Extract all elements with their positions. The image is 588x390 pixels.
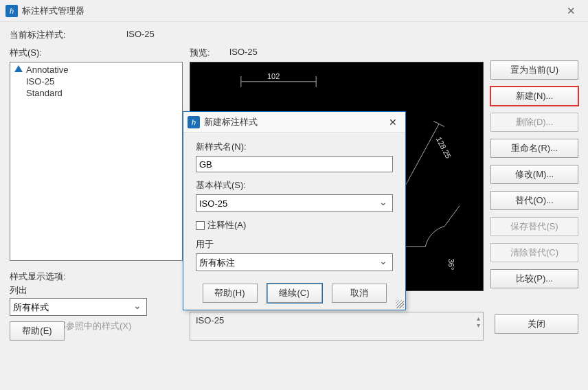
dim-text-angle: 36° (447, 259, 455, 271)
dialog-help-button[interactable]: 帮助(H) (203, 284, 258, 303)
set-current-button[interactable]: 置为当前(U) (490, 60, 578, 80)
use-for-label: 用于 (196, 238, 393, 251)
clear-override-button: 清除替代(C) (490, 243, 578, 262)
annotative-icon (14, 65, 23, 74)
new-name-input[interactable] (196, 156, 393, 172)
dim-text-top: 102 (267, 72, 280, 80)
cancel-button[interactable]: 取消 (332, 284, 387, 303)
list-options-label: 样式显示选项: (10, 271, 183, 283)
current-style-value: ISO-25 (126, 29, 155, 41)
titlebar: h 标注样式管理器 ✕ (0, 0, 588, 22)
compare-button[interactable]: 比较(P)... (490, 269, 578, 288)
app-icon: h (188, 116, 200, 128)
list-item[interactable]: Standard (13, 87, 179, 99)
window-close-button[interactable]: ✕ (559, 3, 583, 19)
new-button[interactable]: 新建(N)... (490, 87, 578, 106)
new-name-label: 新样式名(N): (196, 141, 393, 153)
preview-style-name: ISO-25 (229, 47, 258, 59)
delete-button: 删除(D)... (490, 113, 578, 132)
annotative-checkbox[interactable] (196, 221, 205, 230)
annotative-label: 注释性(A) (207, 220, 246, 230)
resize-grip[interactable] (396, 300, 404, 308)
preview-label: 预览: (190, 47, 210, 59)
styles-label: 样式(S): (10, 47, 183, 59)
list-item[interactable]: ISO-25 (13, 76, 179, 87)
use-for-select[interactable]: 所有标注 (196, 253, 393, 271)
list-filter-select[interactable]: 所有样式 (10, 298, 147, 316)
modify-button[interactable]: 修改(M)... (490, 165, 578, 184)
styles-listbox[interactable]: Annotative ISO-25 Standard (10, 62, 183, 261)
new-style-dialog: h 新建标注样式 ✕ 新样式名(N): 基本样式(S): ISO-25 注释性(… (183, 111, 406, 310)
svg-line-5 (433, 121, 444, 126)
save-override-button: 保存替代(S) (490, 217, 578, 236)
base-style-select[interactable]: ISO-25 (196, 194, 393, 212)
current-style-label: 当前标注样式: (10, 29, 66, 41)
rename-button[interactable]: 重命名(R)... (490, 139, 578, 158)
dialog-close-button[interactable]: ✕ (385, 117, 401, 128)
help-button[interactable]: 帮助(E) (10, 321, 65, 341)
base-style-label: 基本样式(S): (196, 179, 393, 192)
list-label: 列出 (10, 284, 183, 297)
list-item[interactable]: Annotative (13, 64, 179, 76)
svg-line-7 (444, 206, 460, 227)
app-icon: h (5, 5, 18, 17)
continue-button[interactable]: 继续(C) (267, 284, 322, 303)
dialog-title: 新建标注样式 (204, 116, 385, 128)
close-button[interactable]: 关闭 (495, 314, 578, 334)
window-title: 标注样式管理器 (22, 5, 559, 17)
override-button[interactable]: 替代(O)... (490, 191, 578, 210)
